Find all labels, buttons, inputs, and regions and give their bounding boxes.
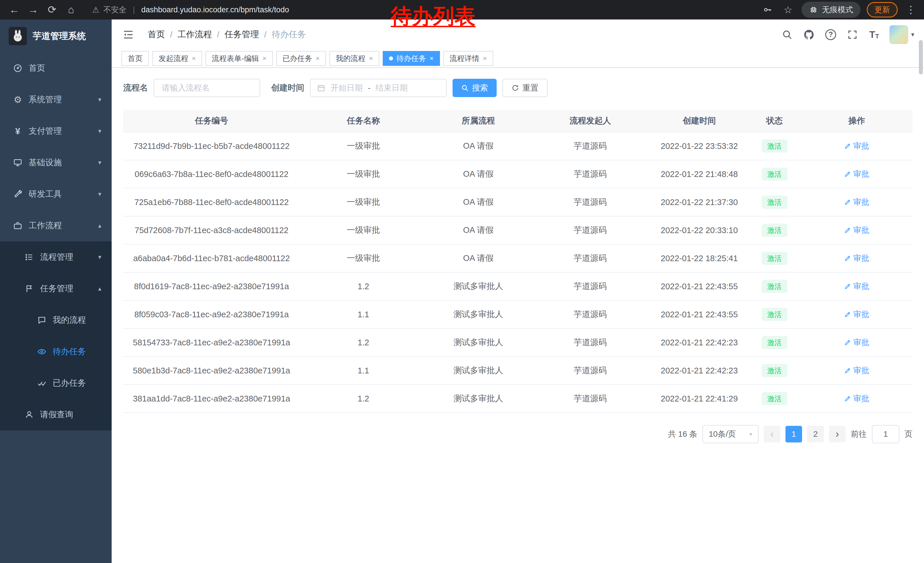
chevron-down-icon: ▾ — [98, 191, 101, 198]
cell-task-id: 8f059c03-7ac8-11ec-a9e2-a2380e71991a — [123, 300, 300, 329]
approve-link[interactable]: 审批 — [844, 281, 869, 292]
close-icon[interactable]: × — [483, 55, 487, 62]
prev-page-button[interactable]: ‹ — [764, 426, 780, 443]
date-range-picker[interactable]: 开始日期 - 结束日期 — [310, 79, 447, 97]
yen-icon: ¥ — [13, 126, 23, 137]
reset-button-label: 重置 — [522, 83, 538, 93]
search-button[interactable]: 搜索 — [453, 79, 496, 97]
approve-link[interactable]: 审批 — [844, 253, 869, 264]
bookmark-star-icon[interactable]: ☆ — [781, 3, 795, 17]
goto-page-input[interactable] — [872, 425, 899, 443]
cell-process: OA 请假 — [427, 244, 530, 272]
cell-task-id: 58154733-7ac8-11ec-a9e2-a2380e71991a — [123, 329, 300, 357]
breadcrumb-item-workflow[interactable]: 工作流程 — [177, 29, 212, 41]
font-size-icon[interactable]: TT — [868, 28, 881, 41]
update-label: 更新 — [874, 5, 890, 15]
close-icon[interactable]: × — [316, 55, 320, 62]
scrollbar-thumb[interactable] — [919, 40, 923, 75]
cell-task-id: 069c6a63-7b8a-11ec-8ef0-acde48001122 — [123, 160, 300, 188]
cell-created: 2022-01-21 22:42:23 — [651, 329, 748, 357]
close-icon[interactable]: × — [430, 55, 434, 62]
annotation-text: 待办列表 — [391, 2, 476, 31]
sidebar-item-home[interactable]: 首页 — [0, 53, 112, 84]
edit-pencil-icon — [844, 311, 851, 318]
user-avatar[interactable]: ▾ — [890, 25, 914, 44]
tab-process-form-edit[interactable]: 流程表单-编辑 × — [206, 51, 273, 66]
table-row: 069c6a63-7b8a-11ec-8ef0-acde48001122 一级审… — [123, 160, 912, 188]
next-page-button[interactable]: › — [829, 426, 846, 443]
close-icon[interactable]: × — [262, 55, 267, 62]
cell-task-name: 一级审批 — [300, 160, 427, 188]
page-content: 流程名 创建时间 开始日期 - 结束日期 — [112, 68, 924, 563]
tab-done-task[interactable]: 已办任务 × — [276, 51, 326, 66]
page-button-2[interactable]: 2 — [807, 426, 824, 443]
cell-process: OA 请假 — [427, 188, 530, 216]
help-icon[interactable]: ? — [824, 28, 837, 41]
github-icon[interactable] — [802, 28, 816, 41]
sidebar-item-workflow[interactable]: 工作流程 ▴ — [0, 210, 112, 242]
fullscreen-icon[interactable] — [846, 28, 859, 41]
approve-link[interactable]: 审批 — [844, 141, 869, 152]
incognito-badge[interactable]: 无痕模式 — [801, 2, 861, 18]
reload-button[interactable]: ⟳ — [44, 2, 60, 18]
chevron-up-icon: ▴ — [98, 285, 101, 293]
forward-button[interactable]: → — [25, 2, 41, 18]
chevron-up-icon: ▴ — [98, 222, 101, 230]
sidebar-item-devtools[interactable]: 研发工具 ▾ — [0, 179, 112, 210]
tab-home[interactable]: 首页 — [122, 51, 149, 66]
topbar-actions: ? TT ▾ — [781, 25, 914, 44]
app-logo[interactable]: 芋道管理系统 — [0, 20, 112, 53]
sidebar-item-task-mgmt[interactable]: 任务管理 ▴ — [0, 273, 112, 305]
process-name-input[interactable] — [154, 79, 260, 97]
tab-label: 待办任务 — [396, 54, 426, 63]
tab-todo-task[interactable]: 待办任务 × — [383, 51, 440, 66]
warning-icon: ⚠ — [92, 5, 99, 15]
tab-label: 流程详情 — [450, 54, 480, 63]
sidebar-item-done-task[interactable]: 已办任务 — [0, 368, 112, 399]
approve-link[interactable]: 审批 — [844, 365, 869, 376]
security-label: 不安全 — [104, 5, 126, 15]
home-button[interactable]: ⌂ — [63, 2, 79, 18]
page-size-select[interactable]: 10条/页 ▾ — [702, 425, 759, 443]
approve-link[interactable]: 审批 — [844, 337, 869, 348]
breadcrumb-item-home[interactable]: 首页 — [148, 29, 165, 41]
approve-link[interactable]: 审批 — [844, 393, 869, 404]
logo-image — [9, 27, 27, 45]
close-icon[interactable]: × — [192, 55, 196, 62]
sidebar-item-my-process[interactable]: 我的流程 — [0, 305, 112, 336]
table-row: 58154733-7ac8-11ec-a9e2-a2380e71991a 1.2… — [123, 329, 912, 357]
approve-link[interactable]: 审批 — [844, 197, 869, 208]
approve-link[interactable]: 审批 — [844, 169, 869, 180]
sidebar-item-leave-query[interactable]: 请假查询 — [0, 399, 112, 431]
reset-button[interactable]: 重置 — [502, 79, 548, 97]
cell-task-name: 1.2 — [300, 272, 427, 300]
back-button[interactable]: ← — [6, 2, 22, 18]
breadcrumb-item-task-mgmt[interactable]: 任务管理 — [225, 29, 259, 41]
key-icon[interactable] — [760, 3, 775, 17]
chat-bubble-icon — [37, 315, 47, 325]
edit-pencil-icon — [844, 395, 851, 402]
approve-link-label: 审批 — [853, 225, 869, 236]
close-icon[interactable]: × — [369, 55, 373, 62]
sidebar-item-payment[interactable]: ¥ 支付管理 ▾ — [0, 116, 112, 147]
search-button-label: 搜索 — [472, 83, 488, 93]
browser-menu-icon[interactable]: ⋮ — [904, 4, 918, 16]
tab-start-process[interactable]: 发起流程 × — [152, 51, 202, 66]
person-icon — [24, 410, 34, 419]
chevron-down-icon: ▾ — [98, 159, 101, 167]
tab-process-detail[interactable]: 流程详情 × — [443, 51, 493, 66]
search-icon[interactable] — [781, 28, 794, 41]
update-button[interactable]: 更新 — [867, 2, 898, 18]
approve-link[interactable]: 审批 — [844, 225, 869, 236]
tab-my-process[interactable]: 我的流程 × — [330, 51, 379, 66]
page-button-1[interactable]: 1 — [786, 426, 802, 443]
sidebar-item-process-mgmt[interactable]: 流程管理 ▾ — [0, 242, 112, 273]
sidebar-item-label: 流程管理 — [40, 251, 73, 263]
sidebar-item-infra[interactable]: 基础设施 ▾ — [0, 147, 112, 179]
cell-task-id: 725a1eb6-7b88-11ec-8ef0-acde48001122 — [123, 188, 300, 216]
sidebar-item-todo-task[interactable]: 待办任务 — [0, 336, 112, 368]
approve-link[interactable]: 审批 — [844, 309, 869, 320]
sidebar-toggle-icon[interactable] — [122, 28, 135, 42]
sidebar-item-system[interactable]: ⚙ 系统管理 ▾ — [0, 84, 112, 116]
edit-pencil-icon — [844, 143, 851, 150]
